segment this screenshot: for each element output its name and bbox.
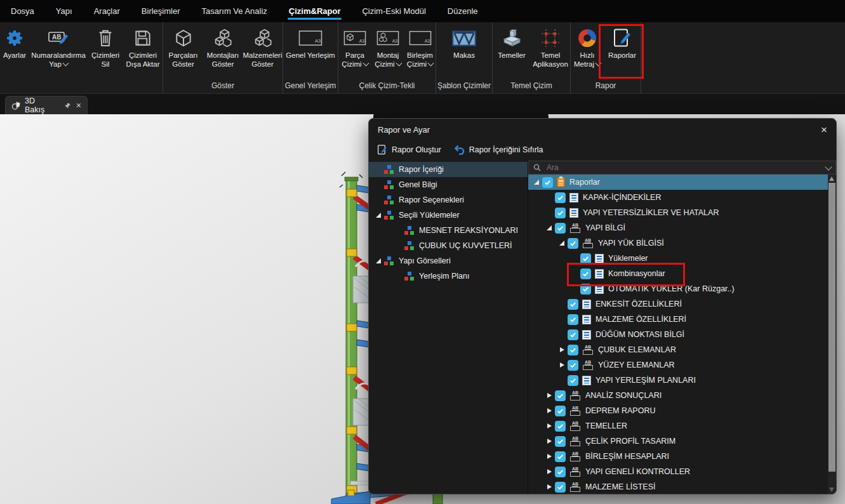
tree-item-yapi-yerlesim-planlari[interactable]: YAPI YERLEŞİM PLANLARI xyxy=(528,373,836,388)
expander-open-icon[interactable] xyxy=(374,213,383,218)
tree-item-dugum-noktasi-bilgi[interactable]: DÜĞÜM NOKTASI BİLGİ xyxy=(528,327,836,342)
expander-closed-icon[interactable] xyxy=(545,439,554,444)
menu-item-araclar[interactable]: Araçlar xyxy=(83,0,131,22)
tree-item-yapi-yetersizlikler[interactable]: YAPI YETERSİZLİKLER VE HATALAR xyxy=(528,205,836,220)
numaralandirma-yap-button[interactable]: AB Numaralandırma Yap xyxy=(29,22,88,81)
expander-closed-icon[interactable] xyxy=(557,347,566,352)
tree-item-temeller[interactable]: AB TEMELLER xyxy=(528,418,836,434)
tree-item-yapi-bilgi[interactable]: AB YAPI BİLGİ xyxy=(528,220,836,235)
dialog-titlebar[interactable]: Rapor ve Ayar × xyxy=(369,119,836,140)
tree-item-analiz-sonuclari[interactable]: AB ANALİZ SONUÇLARI xyxy=(528,388,836,403)
expander-closed-icon[interactable] xyxy=(545,393,554,398)
scroll-down-icon[interactable] xyxy=(829,487,834,492)
menu-item-duzenle[interactable]: Düzenle xyxy=(437,0,489,22)
expander-closed-icon[interactable] xyxy=(545,423,554,428)
unpin-icon[interactable] xyxy=(64,102,71,109)
checkbox[interactable] xyxy=(568,299,578,310)
temel-aplikasyon-button[interactable]: Temel Aplikasyon xyxy=(531,22,570,81)
dialog-close-icon[interactable]: × xyxy=(821,124,827,135)
checkbox[interactable] xyxy=(555,482,566,493)
rapor-olustur-button[interactable]: Rapor Oluştur xyxy=(377,144,441,156)
checkbox[interactable] xyxy=(555,421,566,432)
tree-item-birlesim-hesaplari[interactable]: AB BİRLEŞİM HESAPLARI xyxy=(528,449,836,464)
checkbox[interactable] xyxy=(542,177,553,188)
expander-closed-icon[interactable] xyxy=(545,408,554,413)
menu-item-dosya[interactable]: Dosya xyxy=(0,0,45,22)
checkbox[interactable] xyxy=(555,223,566,234)
tree-item-mesnet-reaksiyonlari[interactable]: MESNET REAKSİYONLARI xyxy=(369,223,528,238)
expander-open-icon[interactable] xyxy=(545,225,554,230)
tab-3d-bakis[interactable]: 3D Bakış × xyxy=(5,96,88,114)
cizimleri-disa-aktar-button[interactable]: Çizimleri Dışa Aktar xyxy=(123,22,163,81)
tree-item-genel-bilgi[interactable]: Genel Bilgi xyxy=(369,177,528,192)
tree-item-rapor-secenekleri[interactable]: Rapor Seçenekleri xyxy=(369,192,528,208)
tree-item-cubuk-uc-kuvvetleri[interactable]: ÇUBUK UÇ KUVVETLERİ xyxy=(369,238,528,253)
chevron-down-icon[interactable] xyxy=(825,163,832,170)
expander-closed-icon[interactable] xyxy=(545,484,554,489)
menu-item-cizim-eski-modul[interactable]: Çizim-Eski Modül xyxy=(351,0,436,22)
tree-item-kombinasyonlar[interactable]: Kombinasyonlar xyxy=(528,266,836,281)
tree-item-yerlesim-plani[interactable]: Yerleşim Planı xyxy=(369,269,528,284)
expander-closed-icon[interactable] xyxy=(557,362,566,368)
tree-item-yapi-gorselleri[interactable]: Yapı Görselleri xyxy=(369,253,528,269)
tab-close-icon[interactable]: × xyxy=(76,101,81,110)
checkbox[interactable] xyxy=(580,269,591,279)
menu-item-cizim-rapor-active[interactable]: Çizim&Rapor xyxy=(278,0,352,22)
checkbox[interactable] xyxy=(568,360,578,371)
tree-item-cubuk-elemanlar[interactable]: AB ÇUBUK ELEMANLAR xyxy=(528,342,836,357)
checkbox[interactable] xyxy=(555,192,566,203)
tree-item-enkesit-ozellikleri[interactable]: ENKESİT ÖZELLİKLERİ xyxy=(528,296,836,312)
tree-item-otomatik-yukler[interactable]: OTOMATİK YÜKLER (Kar Rüzgar..) xyxy=(528,281,836,296)
tree-item-celik-profil-tasarim[interactable]: AB ÇELİK PROFİL TASARIM xyxy=(528,434,836,449)
checkbox[interactable] xyxy=(580,284,591,295)
menu-item-birlesimler[interactable]: Birleşimler xyxy=(131,0,191,22)
scrollbar[interactable] xyxy=(828,175,836,494)
makas-button[interactable]: Makas xyxy=(436,22,492,81)
tree-item-yapi-geneli-kontroller[interactable]: AB YAPI GENELİ KONTROLLER xyxy=(528,464,836,479)
rapor-icerigini-sifirla-button[interactable]: Rapor İçeriğini Sıfırla xyxy=(454,145,543,155)
tree-item-deprem-raporu[interactable]: AB DEPREM RAPORU xyxy=(528,403,836,418)
checkbox[interactable] xyxy=(555,406,566,416)
expander-open-icon[interactable] xyxy=(557,241,566,246)
tree-item-raporlar[interactable]: Raporlar xyxy=(528,175,836,190)
search-input[interactable] xyxy=(545,162,822,173)
menu-item-tasarim-ve-analiz[interactable]: Tasarım Ve Analiz xyxy=(191,0,278,22)
malzemeleri-goster-button[interactable]: Malzemeleri Göster xyxy=(243,22,283,81)
checkbox[interactable] xyxy=(568,345,578,355)
genel-yerlesim-button[interactable]: A3 Genel Yerleşim xyxy=(283,22,338,81)
checkbox[interactable] xyxy=(555,467,566,477)
raporlar-button[interactable]: Raporlar xyxy=(604,22,641,81)
checkbox[interactable] xyxy=(555,390,566,401)
tree-item-yuzey-elemanlar[interactable]: AB YÜZEY ELEMANLAR xyxy=(528,357,836,373)
checkbox[interactable] xyxy=(555,436,566,447)
ayarlar-button[interactable]: Ayarlar xyxy=(0,22,29,81)
tree-item-secili-yuklemeler[interactable]: Seçili Yüklemeler xyxy=(369,208,528,223)
tree-item-yapi-yuk-bilgisi[interactable]: AB YAPI YÜK BİLGİSİ xyxy=(528,235,836,251)
menu-item-yapi[interactable]: Yapı xyxy=(45,0,83,22)
checkbox[interactable] xyxy=(568,375,578,386)
tree-item-yuklemeler[interactable]: Yüklemeler xyxy=(528,251,836,266)
checkbox[interactable] xyxy=(580,253,591,264)
checkbox[interactable] xyxy=(555,208,566,218)
tree-item-kapak-icindekiler[interactable]: KAPAK-İÇİNDEKİLER xyxy=(528,190,836,205)
expander-open-icon[interactable] xyxy=(532,180,541,185)
checkbox[interactable] xyxy=(555,451,566,462)
scrollbar-thumb[interactable] xyxy=(828,183,835,472)
tree-item-rapor-icerigi[interactable]: Rapor İçeriği xyxy=(369,162,528,177)
expander-closed-icon[interactable] xyxy=(545,454,554,459)
tree-item-malzeme-listesi[interactable]: AB MALZEME LİSTESİ xyxy=(528,479,836,494)
checkbox[interactable] xyxy=(568,238,578,249)
cizimleri-sil-button[interactable]: Çizimleri Sil xyxy=(88,22,123,81)
tree-item-malzeme-ozellikleri[interactable]: MALZEME ÖZELLİKLERİ xyxy=(528,312,836,327)
parcalari-goster-button[interactable]: Parçaları Göster xyxy=(163,22,203,81)
temeller-button[interactable]: Temeller xyxy=(493,22,531,81)
expander-closed-icon[interactable] xyxy=(545,469,554,474)
montaj-cizimi-button[interactable]: A3 Montaj Çizimi xyxy=(371,22,404,81)
birlesim-cizimi-button[interactable]: A3 Birleşim Çizimi xyxy=(404,22,436,81)
expander-open-icon[interactable] xyxy=(374,258,383,263)
checkbox[interactable] xyxy=(568,329,578,340)
hizli-metraj-button[interactable]: Hızlı Metraj xyxy=(571,22,604,81)
scroll-up-icon[interactable] xyxy=(829,176,834,181)
parca-cizimi-button[interactable]: A3 Parça Çizimi xyxy=(338,22,371,81)
montajlari-goster-button[interactable]: Montajları Göster xyxy=(203,22,243,81)
